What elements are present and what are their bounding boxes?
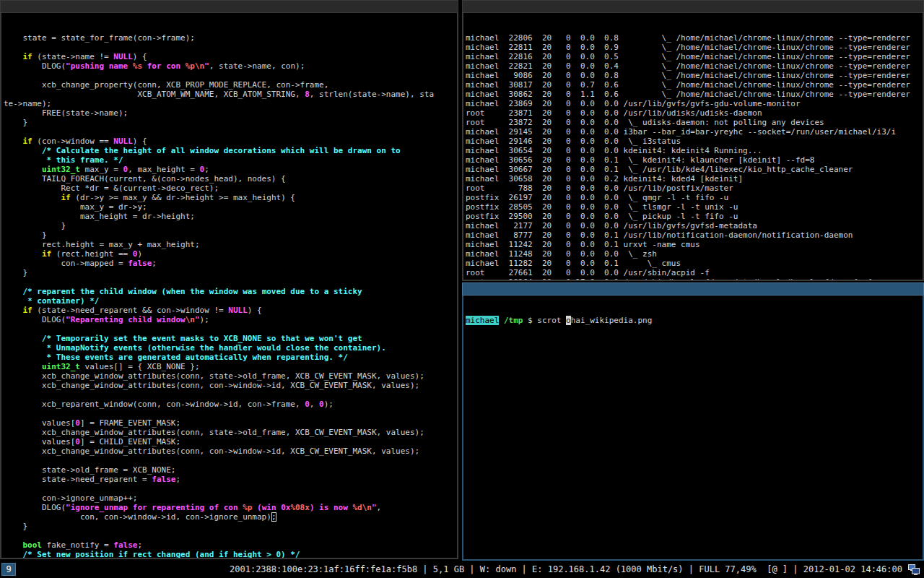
- code-line: state->old_frame = XCB_NONE;: [4, 465, 457, 475]
- code-line: /* Set new position if rect changed (and…: [4, 550, 457, 559]
- code-line: }: [4, 230, 457, 240]
- code-line: * this frame. */: [4, 155, 457, 165]
- scrot-terminal-titlebar[interactable]: x200: scrot ohai_wikipedia.png: [462, 282, 924, 296]
- code-line: [4, 43, 457, 52]
- code-line: [4, 277, 457, 287]
- code-line: max_y = dr->y;: [4, 202, 457, 212]
- scrot-terminal-window[interactable]: x200: scrot ohai_wikipedia.png michael /…: [462, 282, 924, 561]
- code-line: /* Temporarily set the event masks to XC…: [4, 334, 457, 343]
- code-line: te->name);: [4, 99, 457, 108]
- process-row: michael 29145 20 0 0.0 0.0 i3bar --bar_i…: [466, 127, 923, 137]
- code-line: bool fake_notify = false;: [4, 540, 457, 550]
- code-line: xcb_change_window_attributes(conn, state…: [4, 371, 457, 381]
- process-row: michael 8777 20 0 0.0 0.1 /usr/lib/notif…: [466, 230, 923, 240]
- code-line: if (rect.height == 0): [4, 249, 457, 259]
- code-line: con, con->window->id, con->ignore_unmap)…: [4, 512, 457, 522]
- process-row: root 28264 20 0 27.8 0.0 /usr/sbin/bacul…: [466, 277, 923, 281]
- code-line: if (state->need_reparent && con->window …: [4, 306, 457, 315]
- command-text: scrot: [537, 316, 566, 325]
- code-line: if (state->name != NULL) {: [4, 52, 457, 61]
- process-row: michael 9086 20 0 0.0 0.8 \_ /home/micha…: [466, 71, 923, 80]
- code-line: max_height = dr->height;: [4, 212, 457, 221]
- code-line: xcb_change_window_attributes(conn, state…: [4, 428, 457, 437]
- code-line: [4, 456, 457, 465]
- process-row: michael 11248 20 0 0.0 0.0 \_ zsh: [466, 249, 923, 259]
- process-row: postfix 29500 20 0 0.0 0.0 \_ pickup -l …: [466, 212, 923, 221]
- code-line: [4, 531, 457, 540]
- code-line: }: [4, 118, 457, 127]
- code-line: uint32_t max_y = 0, max_height = 0;: [4, 165, 457, 174]
- code-line: * container) */: [4, 296, 457, 306]
- code-line: xcb_change_window_attributes(conn, con->…: [4, 381, 457, 390]
- code-line: DLOG("ignore_unmap for reparenting of co…: [4, 503, 457, 512]
- scrot-terminal-content[interactable]: michael /tmp $ scrot ohai_wikipedia.png: [462, 296, 924, 561]
- code-line: /* reparent the child window (when the w…: [4, 287, 457, 296]
- code-line: * UnmapNotify events (otherwise the hand…: [4, 343, 457, 353]
- code-line: * These events are generated automatical…: [4, 353, 457, 362]
- process-row: root 23872 20 0 0.0 0.0 \_ udisks-daemon…: [466, 118, 923, 127]
- code-line: [4, 390, 457, 400]
- code-line: state = state_for_frame(con->frame);: [4, 33, 457, 43]
- vim-content[interactable]: state = state_for_frame(con->frame); if …: [0, 13, 458, 559]
- process-list: michael 22806 20 0 0.0 0.8 \_ /home/mich…: [466, 33, 923, 281]
- process-row: root 27661 20 0 0.0 0.0 /usr/sbin/acpid …: [466, 268, 923, 277]
- process-row: michael 30817 20 0 0.7 0.6 \_ /home/mich…: [466, 80, 923, 90]
- code-line: [4, 324, 457, 334]
- vim-code: state = state_for_frame(con->frame); if …: [4, 33, 457, 559]
- code-line: /* Calculate the height of all window de…: [4, 146, 457, 155]
- code-line: FREE(state->name);: [4, 108, 457, 118]
- process-row: michael 11242 20 0 0.0 0.1 urxvt -name c…: [466, 240, 923, 249]
- ps-terminal-titlebar[interactable]: x200: ~: [462, 0, 924, 13]
- process-row: michael 29146 20 0 0.0 0.0 \_ i3status: [466, 137, 923, 146]
- workspace-button[interactable]: 9: [1, 563, 16, 576]
- prompt-username: michael: [466, 316, 499, 325]
- process-row: root 788 20 0 0.0 0.0 /usr/lib/postfix/m…: [466, 184, 923, 193]
- process-row: michael 11282 20 0 0.0 0.1 \_ cmus: [466, 259, 923, 268]
- code-line: if (con->window == NULL) {: [4, 137, 457, 146]
- process-row: postfix 28505 20 0 0.0 0.0 \_ tlsmgr -l …: [466, 202, 923, 212]
- command-text-after: hai_wikipedia.png: [571, 316, 653, 325]
- prompt-symbol: $: [528, 316, 533, 325]
- code-line: xcb_change_window_attributes(conn, con->…: [4, 447, 457, 456]
- code-line: XCB_ATOM_WM_NAME, XCB_ATOM_STRING, 8, st…: [4, 90, 457, 99]
- i3status-text: 2001:2388:100e:23:1af:16ff:fe1a:f5b8 | 5…: [230, 564, 902, 574]
- code-line: DLOG("pushing name %s for con %p\n", sta…: [4, 61, 457, 71]
- process-row: michael 30862 20 0 1.1 0.6 \_ /home/mich…: [466, 90, 923, 99]
- code-line: DLOG("Reparenting child window\n");: [4, 315, 457, 324]
- process-row: root 23871 20 0 0.0 0.0 /usr/lib/udisks/…: [466, 108, 923, 118]
- ps-terminal-content[interactable]: michael 22806 20 0 0.0 0.8 \_ /home/mich…: [462, 13, 924, 281]
- code-line: if (dr->y >= max_y && dr->height >= max_…: [4, 193, 457, 202]
- vim-window[interactable]: x.c (~/i3/src) - VIM state = state_for_f…: [0, 0, 458, 559]
- code-line: uint32_t values[] = { XCB_NONE };: [4, 362, 457, 371]
- vim-titlebar[interactable]: x.c (~/i3/src) - VIM: [0, 0, 458, 13]
- code-line: }: [4, 221, 457, 230]
- code-line: [4, 409, 457, 418]
- terminal-cursor: o: [566, 316, 571, 325]
- code-line: state->need_reparent = false;: [4, 475, 457, 484]
- process-row: michael 22821 20 0 0.0 0.4 \_ /home/mich…: [466, 61, 923, 71]
- code-line: xcb_change_property(conn, XCB_PROP_MODE_…: [4, 80, 457, 90]
- process-row: michael 30658 20 0 0.0 0.2 kdeinit4: kde…: [466, 174, 923, 184]
- code-line: [4, 127, 457, 137]
- process-row: michael 30656 20 0 0.0 0.1 \_ kdeinit4: …: [466, 155, 923, 165]
- process-row: michael 22811 20 0 0.0 0.9 \_ /home/mich…: [466, 43, 923, 52]
- code-line: xcb_reparent_window(conn, con->window->i…: [4, 400, 457, 409]
- code-line: [4, 71, 457, 80]
- code-line: values[0] = CHILD_EVENT_MASK;: [4, 437, 457, 447]
- process-row: michael 22816 20 0 0.0 0.5 \_ /home/mich…: [466, 52, 923, 61]
- process-row: postfix 26197 20 0 0.0 0.0 \_ qmgr -l -t…: [466, 193, 923, 202]
- code-line: con->mapped = false;: [4, 259, 457, 268]
- code-line: TAILQ_FOREACH(current, &(con->nodes_head…: [4, 174, 457, 184]
- process-row: michael 2177 20 0 0.0 0.0 /usr/lib/gvfs/…: [466, 221, 923, 230]
- ps-terminal-window[interactable]: x200: ~ michael 22806 20 0 0.0 0.8 \_ /h…: [462, 0, 924, 281]
- code-line: Rect *dr = &(current->deco_rect);: [4, 184, 457, 193]
- process-row: michael 30667 20 0 0.0 0.1 \_ /usr/lib/k…: [466, 165, 923, 174]
- process-row: michael 30654 20 0 0.0 0.0 kdeinit4: kde…: [466, 146, 923, 155]
- prompt-path: /tmp: [504, 316, 523, 325]
- i3bar: 9 2001:2388:100e:23:1af:16ff:fe1a:f5b8 |…: [0, 561, 924, 578]
- code-line: rect.height = max_y + max_height;: [4, 240, 457, 249]
- process-row: michael 23869 20 0 0.0 0.0 /usr/lib/gvfs…: [466, 99, 923, 108]
- network-monitors-icon[interactable]: [908, 564, 920, 575]
- code-line: [4, 484, 457, 493]
- code-line: values[0] = FRAME_EVENT_MASK;: [4, 418, 457, 428]
